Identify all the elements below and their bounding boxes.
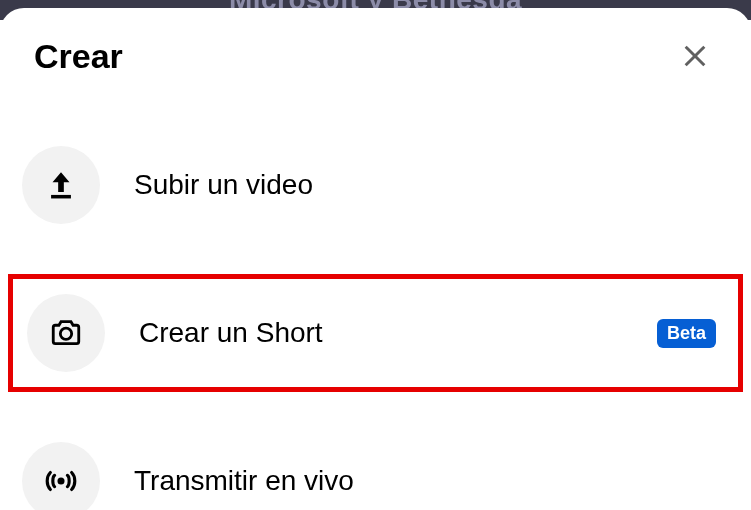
icon-container [22,442,100,510]
live-icon [44,464,78,498]
svg-rect-2 [51,195,71,199]
close-button[interactable] [673,34,717,78]
option-create-short[interactable]: Crear un Short Beta [8,274,743,392]
option-go-live[interactable]: Transmitir en vivo [0,422,751,510]
create-bottom-sheet: Crear Subir un video [0,8,751,510]
svg-point-3 [60,328,71,339]
option-upload-video[interactable]: Subir un video [0,126,751,244]
option-label: Crear un Short [139,317,657,349]
beta-badge: Beta [657,319,716,348]
camera-icon [49,316,83,350]
icon-container [22,146,100,224]
options-list: Subir un video Crear un Short Beta [0,86,751,510]
svg-point-4 [57,477,64,484]
upload-icon [44,168,78,202]
icon-container [27,294,105,372]
option-label: Transmitir en vivo [134,465,729,497]
sheet-title: Crear [34,37,123,76]
option-label: Subir un video [134,169,729,201]
sheet-header: Crear [0,8,751,86]
close-icon [679,40,711,72]
